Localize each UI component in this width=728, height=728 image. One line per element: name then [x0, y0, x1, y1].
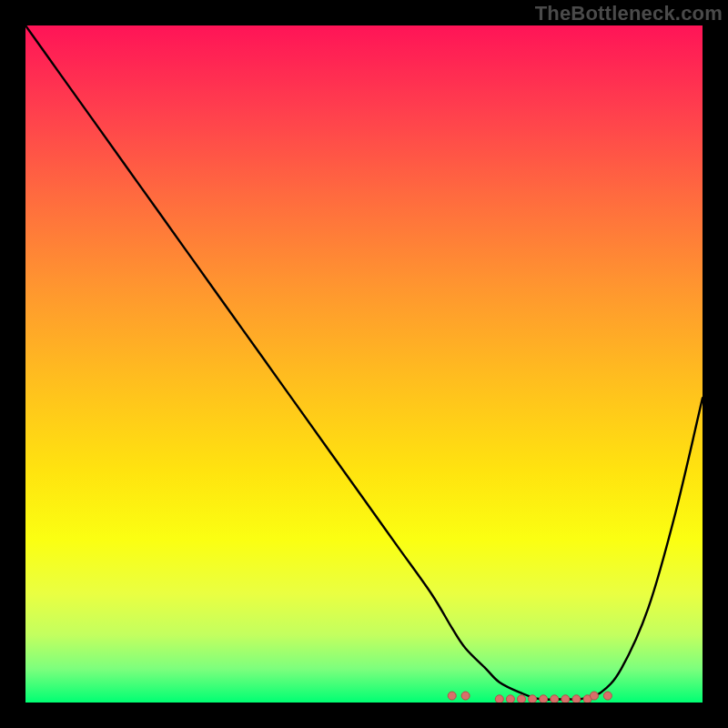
marker-dot — [572, 695, 581, 703]
marker-dot — [517, 695, 525, 703]
marker-dot — [495, 695, 503, 703]
marker-dot — [590, 692, 598, 700]
marker-dot — [461, 692, 470, 700]
chart-frame: TheBottleneck.com — [0, 0, 728, 728]
marker-dot — [506, 695, 514, 703]
marker-dot — [561, 695, 570, 703]
marker-dot — [551, 695, 559, 703]
marker-group — [25, 25, 703, 703]
marker-dot — [448, 692, 456, 700]
plot-area — [25, 25, 703, 703]
marker-dot — [529, 695, 537, 703]
marker-dot — [603, 692, 612, 700]
marker-dot — [540, 695, 548, 703]
watermark-text: TheBottleneck.com — [535, 2, 723, 25]
